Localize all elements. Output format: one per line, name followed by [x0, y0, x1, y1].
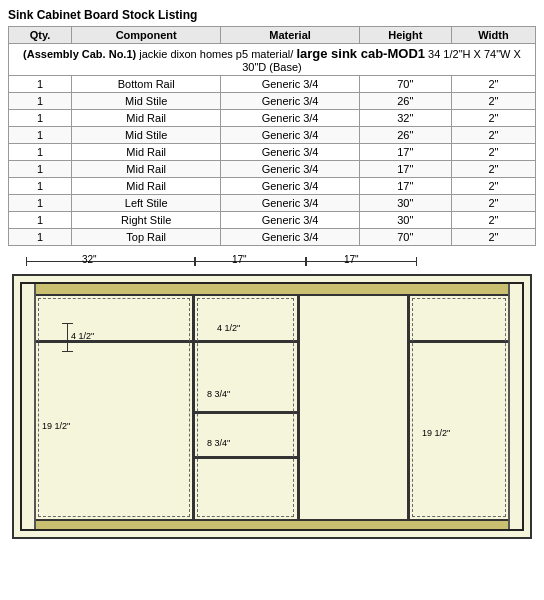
table-row: 1Top RailGeneric 3/470"2" [9, 229, 536, 246]
table-row: 1Mid RailGeneric 3/417"2" [9, 144, 536, 161]
cell-width: 2" [451, 110, 535, 127]
cell-width: 2" [451, 229, 535, 246]
bottom-rail [36, 519, 508, 529]
dim-label-17-left: 17" [232, 254, 247, 265]
table-row: 1Left StileGeneric 3/430"2" [9, 195, 536, 212]
cell-width: 2" [451, 195, 535, 212]
cell-qty: 1 [9, 76, 72, 93]
cell-material: Generic 3/4 [221, 93, 359, 110]
cell-qty: 1 [9, 212, 72, 229]
door-left [38, 298, 190, 517]
cell-width: 2" [451, 76, 535, 93]
cell-qty: 1 [9, 161, 72, 178]
cell-material: Generic 3/4 [221, 144, 359, 161]
cell-component: Top Rail [72, 229, 221, 246]
cell-qty: 1 [9, 127, 72, 144]
dim-tick-right-17r [416, 257, 417, 266]
left-stile-line [22, 284, 36, 529]
cell-qty: 1 [9, 178, 72, 195]
cell-material: Generic 3/4 [221, 178, 359, 195]
assembly-row: (Assembly Cab. No.1) jackie dixon homes … [9, 44, 536, 76]
cell-height: 17" [359, 178, 451, 195]
cell-material: Generic 3/4 [221, 195, 359, 212]
col-material: Material [221, 27, 359, 44]
top-rail [36, 284, 508, 296]
cell-width: 2" [451, 127, 535, 144]
cell-qty: 1 [9, 144, 72, 161]
dim-tick-left-17r [306, 257, 307, 266]
dim-label-17-right: 17" [344, 254, 359, 265]
stock-table: Qty. Component Material Height Width (As… [8, 26, 536, 246]
cell-component: Mid Stile [72, 93, 221, 110]
cell-material: Generic 3/4 [221, 127, 359, 144]
assembly-label: (Assembly Cab. No.1) [23, 48, 136, 60]
cell-material: Generic 3/4 [221, 212, 359, 229]
cell-component: Mid Rail [72, 178, 221, 195]
meas-left-bottom: 19 1/2" [42, 419, 70, 431]
cell-qty: 1 [9, 110, 72, 127]
cell-component: Mid Stile [72, 127, 221, 144]
table-row: 1Mid RailGeneric 3/432"2" [9, 110, 536, 127]
cell-material: Generic 3/4 [221, 229, 359, 246]
col-qty: Qty. [9, 27, 72, 44]
cell-height: 17" [359, 144, 451, 161]
vdiv-2 [297, 284, 300, 529]
meas-mid-top: 4 1/2" [217, 321, 240, 333]
cell-height: 26" [359, 93, 451, 110]
col-width: Width [451, 27, 535, 44]
cell-qty: 1 [9, 195, 72, 212]
cell-qty: 1 [9, 229, 72, 246]
cell-height: 30" [359, 195, 451, 212]
meas-mid-1: 8 3/4" [207, 387, 230, 399]
door-right [412, 298, 506, 517]
table-row: 1Bottom RailGeneric 3/470"2" [9, 76, 536, 93]
assembly-designer-text: jackie dixon homes p5 material/ [139, 48, 293, 60]
vdiv-1 [192, 284, 195, 529]
vdiv-3 [407, 284, 410, 529]
cell-height: 17" [359, 161, 451, 178]
cell-height: 26" [359, 127, 451, 144]
table-row: 1Mid StileGeneric 3/426"2" [9, 93, 536, 110]
meas-mid-2: 8 3/4" [207, 436, 230, 448]
table-row: 1Mid StileGeneric 3/426"2" [9, 127, 536, 144]
col-component: Component [72, 27, 221, 44]
cell-component: Mid Rail [72, 110, 221, 127]
assembly-name: large sink cab-MOD1 [296, 46, 425, 61]
cell-width: 2" [451, 178, 535, 195]
cell-height: 70" [359, 229, 451, 246]
cell-component: Mid Rail [72, 144, 221, 161]
dim-tick-left-32 [26, 257, 27, 266]
col-height: Height [359, 27, 451, 44]
cabinet-frame: 4 1/2" 19 1/2" 4 1/2" 8 3/4" 8 3/4" 19 1… [20, 282, 524, 531]
meas-right-bottom: 19 1/2" [422, 426, 450, 438]
table-row: 1Mid RailGeneric 3/417"2" [9, 161, 536, 178]
cell-material: Generic 3/4 [221, 76, 359, 93]
dim-tick-left-17l [195, 257, 196, 266]
cell-width: 2" [451, 212, 535, 229]
cell-qty: 1 [9, 93, 72, 110]
table-row: 1Mid RailGeneric 3/417"2" [9, 178, 536, 195]
cell-material: Generic 3/4 [221, 161, 359, 178]
cell-width: 2" [451, 161, 535, 178]
cabinet-diagram: 4 1/2" 19 1/2" 4 1/2" 8 3/4" 8 3/4" 19 1… [12, 274, 532, 539]
dim-line-17-left [195, 261, 305, 262]
dim-line-17-right [306, 261, 416, 262]
cell-height: 70" [359, 76, 451, 93]
door-mid [197, 298, 294, 517]
cell-width: 2" [451, 144, 535, 161]
cell-width: 2" [451, 93, 535, 110]
right-stile-line [508, 284, 522, 529]
table-row: 1Right StileGeneric 3/430"2" [9, 212, 536, 229]
cell-component: Mid Rail [72, 161, 221, 178]
cell-component: Left Stile [72, 195, 221, 212]
cell-component: Right Stile [72, 212, 221, 229]
cell-height: 32" [359, 110, 451, 127]
page-title: Sink Cabinet Board Stock Listing [8, 8, 536, 22]
cell-height: 30" [359, 212, 451, 229]
dim-label-32: 32" [82, 254, 97, 265]
cell-component: Bottom Rail [72, 76, 221, 93]
cell-material: Generic 3/4 [221, 110, 359, 127]
dim-line-32 [26, 261, 194, 262]
